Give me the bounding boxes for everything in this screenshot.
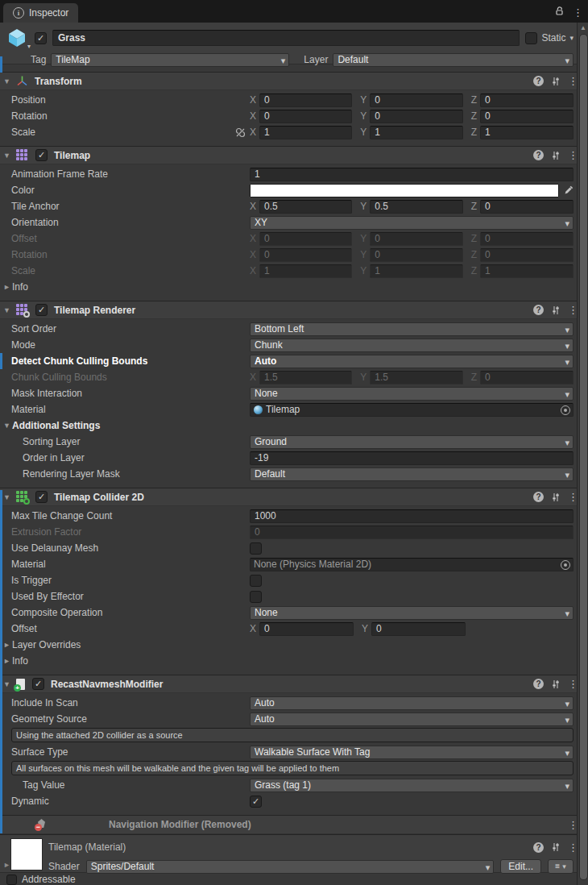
scale-y-field[interactable]: 1 [370,126,462,139]
enabled-checkbox[interactable] [32,678,44,690]
field-label: Detect Chunk Culling Bounds [11,355,250,367]
geometry-source-dropdown[interactable]: Auto [250,713,574,726]
foldout-icon[interactable]: ▼ [3,306,12,314]
presets-icon[interactable] [551,679,561,689]
static-dropdown-icon[interactable]: ▾ [569,34,574,42]
surface-type-dropdown[interactable]: Walkable Surface With Tag [250,746,574,759]
additional-settings-foldout[interactable]: ▼ Additional Settings [0,418,588,434]
rotation-y-field[interactable]: 0 [370,110,462,123]
order-in-layer-field[interactable]: -19 [250,451,574,465]
used-by-effector-checkbox[interactable] [250,591,262,603]
dynamic-row: Dynamic [0,793,588,809]
physics-material-object-field[interactable]: None (Physics Material 2D) [250,558,574,571]
color-swatch[interactable] [250,184,559,197]
object-picker-icon[interactable] [561,405,570,415]
enabled-checkbox[interactable] [35,149,48,161]
presets-icon[interactable] [551,151,561,160]
tab-inspector[interactable]: i Inspector [3,3,78,23]
detect-chunk-culling-dropdown[interactable]: Auto [250,355,574,368]
component-title[interactable]: Tilemap Renderer [54,305,135,316]
enabled-checkbox[interactable] [35,491,48,503]
layer-dropdown[interactable]: Default [333,53,574,67]
material-preview-thumbnail[interactable] [10,838,43,870]
info-foldout[interactable]: ► Info [0,653,588,669]
component-title[interactable]: Tilemap [54,150,90,161]
animation-frame-rate-field[interactable]: 1 [250,168,574,181]
shader-list-button[interactable]: ≡ ▾ [548,859,574,874]
material-name: Tilemap [266,404,300,416]
foldout-icon[interactable]: ► [3,861,10,869]
presets-icon[interactable] [551,842,561,852]
scrollbar[interactable]: ▲ [577,23,588,885]
rotation-x-field[interactable]: 0 [259,110,352,123]
chevron-down-icon: ▾ [27,43,31,50]
use-delaunay-mesh-checkbox[interactable] [250,542,262,555]
scrollbar-thumb[interactable] [579,34,588,880]
sorting-layer-dropdown[interactable]: Ground [250,435,574,449]
component-title[interactable]: RecastNavmeshModifier [51,679,163,690]
presets-icon[interactable] [551,77,561,86]
collider-offset-y-field[interactable]: 0 [371,622,466,636]
unlock-icon[interactable] [554,6,565,19]
position-x-field[interactable]: 0 [259,93,352,107]
sort-order-dropdown[interactable]: Bottom Left [250,322,574,336]
foldout-icon[interactable]: ▼ [3,77,12,85]
component-navigation-modifier-removed: − Navigation Modifier (Removed) ⋮ [0,815,588,834]
tile-anchor-row: Tile Anchor X0.5 Y0.5 Z0 [0,198,588,214]
presets-icon[interactable] [551,305,561,315]
help-icon[interactable]: ? [533,76,544,86]
help-icon[interactable]: ? [533,305,544,315]
max-tile-change-count-field[interactable]: 1000 [250,509,574,523]
object-picker-icon[interactable] [561,560,570,570]
include-in-scan-dropdown[interactable]: Auto [250,696,574,710]
help-icon[interactable]: ? [533,679,544,689]
component-title[interactable]: Tilemap Collider 2D [54,492,144,503]
material-object-field[interactable]: Tilemap [250,403,574,417]
rendering-layer-mask-dropdown[interactable]: Default [250,467,574,481]
tab-menu-icon[interactable]: ⋮ [573,7,583,18]
help-icon[interactable]: ? [533,150,544,160]
name-field[interactable]: Grass [52,30,520,46]
tile-anchor-y-field[interactable]: 0.5 [370,200,462,214]
is-trigger-checkbox[interactable] [250,575,262,587]
addressable-checkbox[interactable] [6,875,17,885]
position-y-field[interactable]: 0 [370,93,462,107]
link-broken-icon[interactable] [235,127,246,138]
component-title[interactable]: Transform [35,76,82,87]
mask-interaction-dropdown[interactable]: None [250,387,574,401]
foldout-icon[interactable]: ▼ [3,493,12,501]
edit-shader-button[interactable]: Edit... [500,859,541,874]
layer-overrides-foldout[interactable]: ► Layer Overrides [0,637,588,653]
composite-operation-dropdown[interactable]: None [250,606,574,620]
foldout-icon[interactable]: ▼ [3,152,12,160]
tilemap-icon [16,149,28,161]
scale-x-field[interactable]: 1 [259,126,352,139]
presets-icon[interactable] [551,492,561,502]
tag-dropdown[interactable]: TileMap [51,53,289,67]
scroll-up-icon[interactable]: ▲ [580,24,586,31]
rotation-z-field[interactable]: 0 [480,110,574,123]
mode-dropdown[interactable]: Chunk [250,339,574,352]
tag-value-dropdown[interactable]: Grass (tag 1) [250,779,574,792]
axis-y-label: Y [360,127,366,138]
tile-anchor-x-field[interactable]: 0.5 [259,200,352,214]
foldout-icon[interactable]: ▼ [3,680,12,688]
gameobject-icon[interactable]: ▾ [6,27,29,48]
static-checkbox[interactable] [525,32,537,44]
eyedropper-icon[interactable] [564,185,574,195]
collider-offset-x-field[interactable]: 0 [259,622,354,636]
help-icon[interactable]: ? [533,492,544,502]
help-icon[interactable]: ? [533,842,544,853]
position-z-field[interactable]: 0 [480,93,574,107]
component-transform: ▼ Transform ? ⋮ Position X0 Y0 Z0 [0,72,588,146]
dynamic-checkbox[interactable] [250,796,262,808]
tile-anchor-z-field[interactable]: 0 [480,200,574,214]
foldout-icon: ► [3,283,12,291]
active-checkbox[interactable] [35,32,47,44]
orientation-dropdown[interactable]: XY [250,216,574,230]
scale-z-field[interactable]: 1 [480,126,574,139]
tilemap-scale-row: Scale X1 Y1 Z1 [0,263,588,279]
enabled-checkbox[interactable] [35,304,48,316]
info-foldout[interactable]: ► Info [0,279,588,295]
shader-dropdown[interactable]: Sprites/Default [86,860,495,874]
